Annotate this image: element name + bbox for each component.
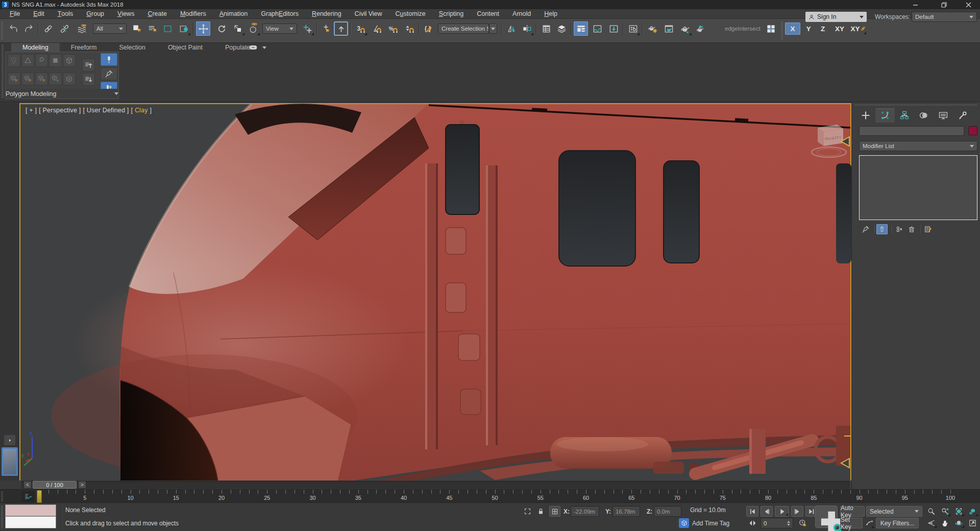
viewport-label-perspective[interactable]: [ Perspective ] [39, 107, 81, 114]
menu-arnold[interactable]: Arnold [506, 9, 537, 19]
zoom-icon[interactable] [925, 506, 937, 517]
modifier-list-dropdown[interactable]: Modifier List [859, 141, 977, 151]
select-and-scale-icon[interactable] [231, 21, 245, 36]
key-mode-dropdown[interactable]: Selected [866, 506, 922, 517]
viewcube-left-face[interactable]: LEFT [833, 136, 841, 139]
time-slider-handle[interactable]: 0 / 100 [33, 481, 77, 489]
key-mode-toggle-icon[interactable] [746, 518, 758, 528]
close-button[interactable] [959, 0, 978, 9]
select-and-place-icon[interactable] [246, 21, 260, 36]
timeline-playhead[interactable] [37, 490, 42, 503]
rendered-frame-window-icon[interactable] [662, 21, 676, 36]
tab-utilities[interactable] [953, 108, 972, 123]
named-set-caret[interactable] [489, 23, 497, 34]
menu-create[interactable]: Create [141, 9, 174, 19]
pin-stack-mode-icon[interactable] [49, 73, 62, 85]
tab-modify[interactable] [875, 108, 895, 123]
polygon-mode-icon[interactable] [49, 54, 62, 67]
unlink-selection-icon[interactable] [57, 21, 71, 36]
maximize-viewport-toggle-icon[interactable] [966, 518, 978, 528]
set-key-button[interactable]: Set Key [840, 518, 863, 528]
minimize-button[interactable] [905, 0, 925, 9]
orbit-icon[interactable] [952, 518, 965, 528]
viewport-label-clay[interactable]: [ Clay ] [131, 107, 152, 114]
time-slider-track[interactable] [21, 481, 849, 489]
menu-modifiers[interactable]: Modifiers [174, 9, 213, 19]
menu-group[interactable]: Group [80, 9, 111, 19]
axis-constraint-x[interactable]: X [785, 22, 800, 35]
menu-scripting[interactable]: Scripting [432, 9, 471, 19]
select-object-icon[interactable] [130, 21, 144, 36]
next-modifier-up-icon[interactable] [82, 59, 95, 71]
menu-rendering[interactable]: Rendering [305, 9, 348, 19]
next-modifier-down-icon[interactable] [82, 73, 95, 86]
make-unique-icon[interactable] [894, 224, 905, 234]
pan-view-icon[interactable] [939, 518, 951, 528]
menu-file[interactable]: File [3, 9, 27, 19]
object-color-swatch[interactable] [968, 126, 977, 135]
edge-mode-icon[interactable] [21, 54, 34, 67]
render-in-cloud-icon[interactable] [693, 21, 707, 36]
select-and-rotate-icon[interactable] [214, 21, 229, 36]
add-time-tag[interactable]: Add Time Tag [692, 520, 729, 527]
preview-subobject-icon[interactable] [8, 73, 20, 85]
y-coordinate-field[interactable]: 16.78m [612, 506, 640, 517]
maxscript-mini-listener-white[interactable] [5, 516, 56, 528]
curve-editor-icon[interactable] [590, 21, 604, 36]
menu-animation[interactable]: Animation [213, 9, 255, 19]
menu-content[interactable]: Content [470, 9, 506, 19]
play-animation-icon[interactable] [775, 506, 789, 517]
ribbon-tab-object-paint[interactable]: Object Paint [157, 43, 214, 52]
border-mode-icon[interactable] [35, 54, 48, 67]
rectangular-selection-region-icon[interactable] [160, 21, 175, 36]
menu-help[interactable]: Help [537, 9, 564, 19]
preview-off-icon[interactable] [35, 73, 48, 85]
zoom-extents-icon[interactable] [952, 506, 965, 517]
menu-civil-view[interactable]: Civil View [348, 9, 389, 19]
ribbon-tab-freeform[interactable]: Freeform [60, 43, 108, 52]
workspaces-dropdown[interactable]: Default [912, 12, 977, 22]
viewport-3d-scene[interactable]: BACK LEFT z y x [20, 104, 850, 481]
selection-lock-icon[interactable] [535, 506, 546, 517]
sign-in-button[interactable]: Sign In [805, 12, 867, 22]
current-frame-field[interactable]: 0 [761, 518, 793, 528]
next-frame-icon[interactable] [791, 506, 803, 517]
time-tag-icon[interactable] [679, 518, 689, 528]
ribbon-minimize-button[interactable] [249, 44, 266, 51]
percent-snap-icon[interactable]: % [386, 21, 400, 36]
menu-tools[interactable]: Tools [51, 9, 80, 19]
z-coordinate-field[interactable]: 0.0m [654, 506, 681, 517]
set-keys-button[interactable] [815, 505, 838, 528]
modifier-stack[interactable] [859, 155, 977, 220]
viewport-label-menu[interactable]: [ + ] [26, 107, 37, 114]
menu-customize[interactable]: Customize [389, 9, 432, 19]
field-of-view-icon[interactable] [925, 518, 937, 528]
remove-modifier-icon[interactable] [906, 224, 917, 234]
configure-modifier-sets-icon[interactable] [922, 224, 934, 234]
select-and-manipulate-icon[interactable] [318, 21, 333, 36]
pin-stack-icon[interactable] [101, 67, 117, 80]
axis-constraint-xy[interactable]: XY [832, 22, 847, 35]
previous-frame-button[interactable]: < [23, 481, 32, 489]
preview-multi-icon[interactable] [21, 73, 34, 85]
object-name-field[interactable] [859, 126, 964, 136]
select-by-name-icon[interactable] [145, 21, 159, 36]
render-setup-icon[interactable] [645, 21, 659, 36]
pin-stack-icon[interactable] [860, 224, 871, 234]
auto-key-button[interactable]: Auto Key [840, 506, 865, 517]
tab-display[interactable] [934, 108, 953, 123]
previous-frame-icon[interactable] [761, 506, 773, 517]
spinner-snap-icon[interactable] [402, 21, 416, 36]
viewport[interactable]: [ + ][ Perspective ][ User Defined ][ Cl… [19, 103, 851, 482]
use-pivot-center-icon[interactable] [300, 21, 314, 36]
toggle-layer-explorer-icon[interactable] [554, 21, 569, 36]
mirror-icon[interactable] [504, 21, 519, 36]
next-frame-button[interactable]: > [78, 481, 86, 489]
toggle-scene-explorer-icon[interactable] [539, 21, 553, 36]
restore-button[interactable] [934, 0, 953, 9]
expand-viewport-tabs-button[interactable] [4, 435, 15, 445]
soft-selection-icon[interactable] [63, 73, 76, 85]
render-production-icon[interactable] [678, 21, 692, 36]
go-to-start-icon[interactable] [746, 506, 758, 517]
selection-filter-dropdown[interactable]: All [93, 23, 127, 34]
